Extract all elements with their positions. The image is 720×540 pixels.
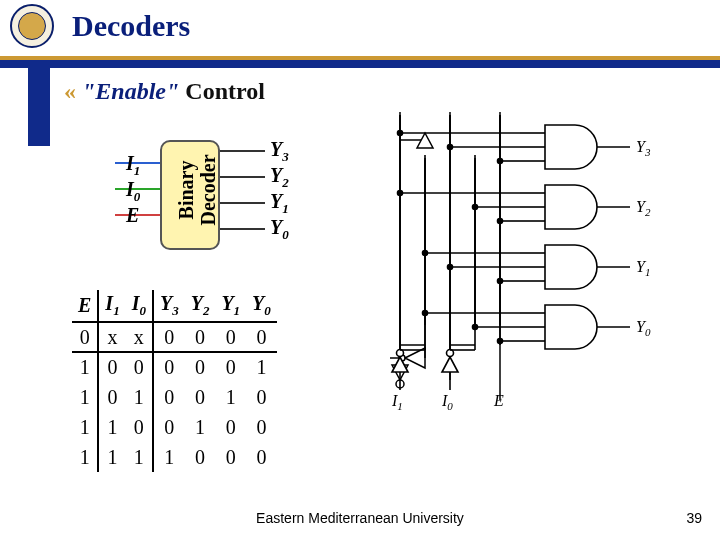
truth-table-cell: 0 bbox=[98, 382, 125, 412]
truth-table-row: 1100100 bbox=[72, 412, 277, 442]
svg-point-52 bbox=[398, 131, 403, 136]
svg-point-60 bbox=[423, 251, 428, 256]
svg-point-62 bbox=[448, 265, 453, 270]
block-input-i0: I0 bbox=[126, 178, 140, 205]
truth-table-header: I0 bbox=[126, 290, 153, 322]
truth-table-row: 1010010 bbox=[72, 382, 277, 412]
circuit-label-y0: Y0 bbox=[636, 318, 651, 338]
svg-point-66 bbox=[473, 325, 478, 330]
truth-table-header: Y1 bbox=[215, 290, 246, 322]
truth-table-cell: 0 bbox=[185, 382, 216, 412]
truth-table-cell: 0 bbox=[153, 352, 185, 382]
truth-table-cell: 0 bbox=[215, 322, 246, 352]
block-output-y2: Y2 bbox=[270, 164, 289, 191]
logic-circuit-schematic: Y3 Y2 Y1 Y0 I1 I0 E bbox=[370, 100, 690, 420]
decoder-box-label: BinaryDecoder bbox=[175, 140, 235, 240]
svg-point-64 bbox=[423, 311, 428, 316]
truth-table-cell: 0 bbox=[185, 322, 216, 352]
and-gate-y1 bbox=[520, 245, 630, 289]
truth-table-cell: 0 bbox=[246, 412, 277, 442]
truth-table-cell: 1 bbox=[126, 382, 153, 412]
truth-table-cell: 0 bbox=[246, 322, 277, 352]
truth-table-cell: 0 bbox=[153, 322, 185, 352]
truth-table-cell: 1 bbox=[72, 412, 98, 442]
bullet-star-icon: « bbox=[64, 78, 76, 104]
and-gate-y3 bbox=[520, 125, 630, 169]
svg-point-46 bbox=[498, 219, 503, 224]
svg-point-56 bbox=[398, 191, 403, 196]
slide-subtitle: «"Enable" Control bbox=[64, 78, 265, 105]
decoder-block-diagram: I1 I0 E BinaryDecoder Y3 Y2 Y1 Y0 bbox=[80, 130, 330, 270]
institution-logo bbox=[10, 4, 54, 48]
circuit-label-i0: I0 bbox=[441, 392, 453, 412]
truth-table-row: 1111000 bbox=[72, 442, 277, 472]
truth-table-cell: 0 bbox=[98, 352, 125, 382]
truth-table-cell: 1 bbox=[126, 442, 153, 472]
truth-table-cell: 1 bbox=[246, 352, 277, 382]
circuit-label-i1: I1 bbox=[391, 392, 403, 412]
block-output-y3: Y3 bbox=[270, 138, 289, 165]
truth-table-cell: x bbox=[98, 322, 125, 352]
truth-table-header: I1 bbox=[98, 290, 125, 322]
truth-table-cell: 0 bbox=[126, 352, 153, 382]
truth-table-cell: 1 bbox=[153, 442, 185, 472]
svg-point-58 bbox=[473, 205, 478, 210]
footer-org: Eastern Mediterranean University bbox=[0, 510, 720, 526]
block-output-y0: Y0 bbox=[270, 216, 289, 243]
truth-table-cell: 1 bbox=[185, 412, 216, 442]
page-number: 39 bbox=[686, 510, 702, 526]
truth-table-cell: 0 bbox=[185, 352, 216, 382]
svg-point-50 bbox=[498, 339, 503, 344]
truth-table-header: Y0 bbox=[246, 290, 277, 322]
svg-point-54 bbox=[448, 145, 453, 150]
truth-table-cell: 1 bbox=[98, 412, 125, 442]
divider-blue bbox=[0, 60, 720, 68]
truth-table-cell: 1 bbox=[215, 382, 246, 412]
svg-point-48 bbox=[498, 279, 503, 284]
truth-table-header: Y2 bbox=[185, 290, 216, 322]
block-input-e: E bbox=[126, 204, 139, 227]
truth-table-cell: 0 bbox=[72, 322, 98, 352]
circuit-label-e: E bbox=[493, 392, 504, 409]
block-input-i1: I1 bbox=[126, 152, 140, 179]
truth-table-cell: 0 bbox=[246, 382, 277, 412]
truth-table-cell: 1 bbox=[72, 442, 98, 472]
sidebar-accent bbox=[28, 68, 50, 146]
truth-table-row: 0xx0000 bbox=[72, 322, 277, 352]
truth-table-cell: 0 bbox=[215, 412, 246, 442]
truth-table-header: E bbox=[72, 290, 98, 322]
truth-table-cell: 0 bbox=[246, 442, 277, 472]
truth-table-cell: 0 bbox=[153, 412, 185, 442]
svg-point-44 bbox=[498, 159, 503, 164]
truth-table-cell: 0 bbox=[185, 442, 216, 472]
and-gate-y0 bbox=[520, 305, 630, 349]
truth-table-cell: 0 bbox=[126, 412, 153, 442]
and-gate-y2 bbox=[520, 185, 630, 229]
truth-table-cell: 1 bbox=[98, 442, 125, 472]
truth-table-header: Y3 bbox=[153, 290, 185, 322]
circuit-label-y1: Y1 bbox=[636, 258, 650, 278]
truth-table-cell: 0 bbox=[153, 382, 185, 412]
truth-table-cell: 0 bbox=[215, 352, 246, 382]
truth-table: EI1I0Y3Y2Y1Y0 0xx00001000001101001011001… bbox=[72, 290, 277, 472]
truth-table-cell: 1 bbox=[72, 382, 98, 412]
block-output-y1: Y1 bbox=[270, 190, 289, 217]
truth-table-row: 1000001 bbox=[72, 352, 277, 382]
circuit-label-y2: Y2 bbox=[636, 198, 651, 218]
truth-table-cell: 1 bbox=[72, 352, 98, 382]
truth-table-cell: 0 bbox=[215, 442, 246, 472]
circuit-label-y3: Y3 bbox=[636, 138, 651, 158]
slide-title: Decoders bbox=[72, 9, 190, 43]
truth-table-cell: x bbox=[126, 322, 153, 352]
